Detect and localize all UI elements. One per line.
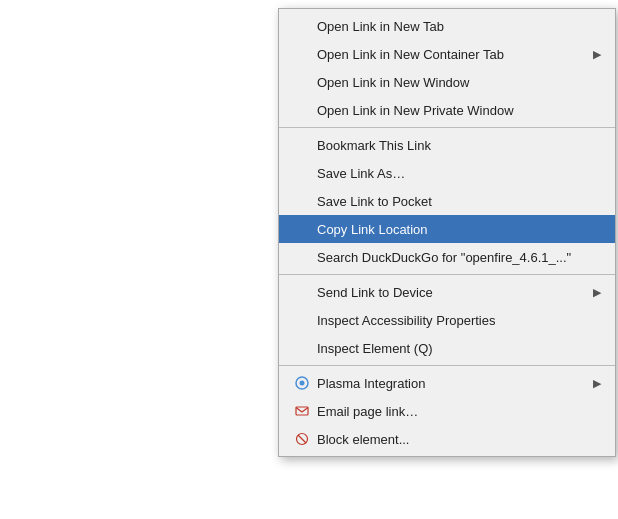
open-new-window-label: Open Link in New Window: [317, 75, 601, 90]
send-link-to-device-label: Send Link to Device: [317, 285, 593, 300]
open-private-window-label: Open Link in New Private Window: [317, 103, 601, 118]
context-menu: Open Link in New TabOpen Link in New Con…: [278, 8, 616, 457]
block-element-label: Block element...: [317, 432, 601, 447]
open-new-window-icon: [293, 73, 311, 91]
save-link-as-label: Save Link As…: [317, 166, 601, 181]
svg-point-30: [300, 381, 305, 386]
send-link-to-device-arrow-icon: ▶: [593, 286, 601, 299]
menu-item-open-new-window[interactable]: Open Link in New Window: [279, 68, 615, 96]
menu-item-send-link-to-device[interactable]: Send Link to Device▶: [279, 278, 615, 306]
email-page-link-label: Email page link…: [317, 404, 601, 419]
plasma-integration-arrow-icon: ▶: [593, 377, 601, 390]
menu-item-save-link-as[interactable]: Save Link As…: [279, 159, 615, 187]
menu-item-block-element[interactable]: Block element...: [279, 425, 615, 453]
inspect-accessibility-icon: [293, 311, 311, 329]
open-new-tab-label: Open Link in New Tab: [317, 19, 601, 34]
open-container-tab-label: Open Link in New Container Tab: [317, 47, 593, 62]
save-link-as-icon: [293, 164, 311, 182]
send-link-to-device-icon: [293, 283, 311, 301]
menu-item-inspect-element[interactable]: Inspect Element (Q): [279, 334, 615, 362]
menu-item-bookmark-link[interactable]: Bookmark This Link: [279, 131, 615, 159]
email-page-link-icon: [293, 402, 311, 420]
menu-item-save-to-pocket[interactable]: Save Link to Pocket: [279, 187, 615, 215]
plasma-integration-label: Plasma Integration: [317, 376, 593, 391]
open-container-tab-arrow-icon: ▶: [593, 48, 601, 61]
menu-separator: [279, 127, 615, 128]
search-duckduckgo-label: Search DuckDuckGo for "openfire_4.6.1_..…: [317, 250, 601, 265]
menu-separator: [279, 365, 615, 366]
inspect-accessibility-label: Inspect Accessibility Properties: [317, 313, 601, 328]
menu-item-email-page-link[interactable]: Email page link…: [279, 397, 615, 425]
menu-item-plasma-integration[interactable]: Plasma Integration▶: [279, 369, 615, 397]
inspect-element-label: Inspect Element (Q): [317, 341, 601, 356]
bookmark-link-label: Bookmark This Link: [317, 138, 601, 153]
svg-line-33: [298, 435, 306, 443]
menu-item-open-container-tab[interactable]: Open Link in New Container Tab▶: [279, 40, 615, 68]
open-private-window-icon: [293, 101, 311, 119]
menu-item-inspect-accessibility[interactable]: Inspect Accessibility Properties: [279, 306, 615, 334]
menu-item-open-new-tab[interactable]: Open Link in New Tab: [279, 12, 615, 40]
save-to-pocket-icon: [293, 192, 311, 210]
menu-separator: [279, 274, 615, 275]
save-to-pocket-label: Save Link to Pocket: [317, 194, 601, 209]
inspect-element-icon: [293, 339, 311, 357]
menu-item-search-duckduckgo[interactable]: Search DuckDuckGo for "openfire_4.6.1_..…: [279, 243, 615, 271]
bookmark-link-icon: [293, 136, 311, 154]
open-new-tab-icon: [293, 17, 311, 35]
open-container-tab-icon: [293, 45, 311, 63]
menu-item-open-private-window[interactable]: Open Link in New Private Window: [279, 96, 615, 124]
copy-link-location-icon: [293, 220, 311, 238]
copy-link-location-label: Copy Link Location: [317, 222, 601, 237]
plasma-integration-icon: [293, 374, 311, 392]
block-element-icon: [293, 430, 311, 448]
search-duckduckgo-icon: [293, 248, 311, 266]
menu-item-copy-link-location[interactable]: Copy Link Location: [279, 215, 615, 243]
